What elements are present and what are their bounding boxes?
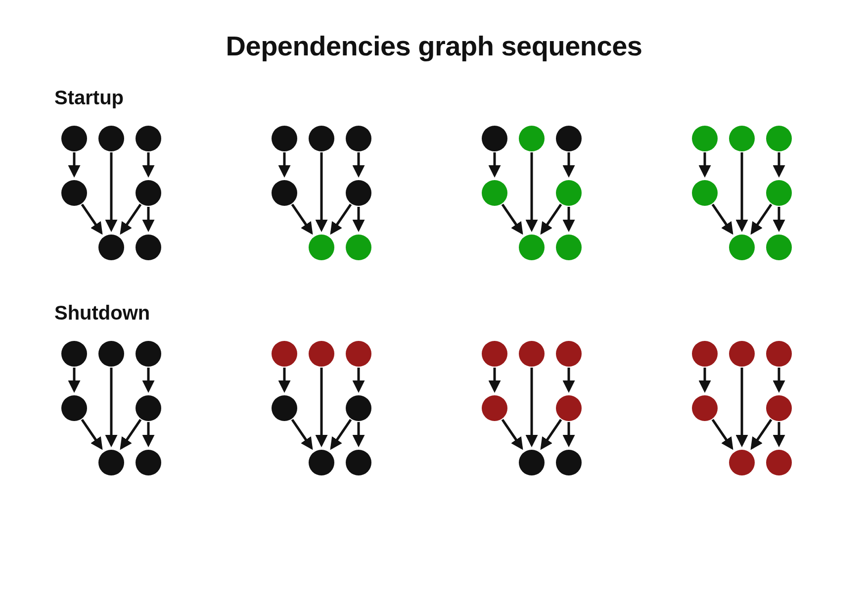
node-g — [136, 235, 161, 260]
edge-e-f — [752, 204, 771, 233]
node-e — [136, 180, 161, 206]
node-d — [272, 395, 297, 421]
node-c — [136, 341, 161, 367]
node-f — [309, 235, 334, 260]
edge-d-f — [503, 204, 522, 233]
node-d — [61, 180, 87, 206]
node-b — [309, 341, 334, 367]
node-e — [136, 395, 161, 421]
node-e — [346, 395, 371, 421]
shutdown-row — [54, 339, 814, 487]
node-d — [482, 395, 507, 421]
node-a — [692, 126, 718, 151]
edge-d-f — [82, 420, 101, 448]
dependency-graph — [265, 124, 393, 272]
node-e — [556, 180, 582, 206]
node-a — [61, 341, 87, 367]
dependency-graph — [54, 339, 183, 487]
dependency-graph — [685, 339, 814, 487]
node-g — [766, 235, 792, 260]
node-f — [519, 235, 545, 260]
dependency-graph — [475, 124, 603, 272]
section-shutdown-heading: Shutdown — [54, 302, 814, 324]
node-f — [309, 450, 334, 475]
node-f — [519, 450, 545, 475]
edge-d-f — [292, 420, 312, 448]
edge-d-f — [713, 204, 732, 233]
edge-d-f — [503, 420, 522, 448]
node-d — [272, 180, 297, 206]
node-d — [61, 395, 87, 421]
edge-e-f — [331, 204, 351, 233]
node-g — [556, 235, 582, 260]
edge-e-f — [752, 420, 771, 448]
edge-d-f — [713, 420, 732, 448]
node-e — [766, 180, 792, 206]
node-a — [61, 126, 87, 151]
node-f — [98, 450, 124, 475]
page-title: Dependencies graph sequences — [54, 30, 814, 62]
node-c — [556, 341, 582, 367]
node-f — [98, 235, 124, 260]
edge-d-f — [82, 204, 101, 233]
dependency-graph — [54, 124, 183, 272]
edge-e-f — [121, 204, 140, 233]
edge-d-f — [292, 204, 312, 233]
node-c — [556, 126, 582, 151]
node-g — [346, 450, 371, 475]
dependency-graph — [685, 124, 814, 272]
node-g — [136, 450, 161, 475]
node-g — [346, 235, 371, 260]
dependency-graph — [265, 339, 393, 487]
node-b — [519, 126, 545, 151]
node-a — [272, 126, 297, 151]
edge-e-f — [331, 420, 351, 448]
node-b — [309, 126, 334, 151]
node-b — [729, 341, 755, 367]
node-b — [98, 341, 124, 367]
node-a — [272, 341, 297, 367]
node-c — [766, 341, 792, 367]
section-startup-heading: Startup — [54, 87, 814, 109]
node-d — [692, 180, 718, 206]
node-e — [556, 395, 582, 421]
node-g — [556, 450, 582, 475]
node-g — [766, 450, 792, 475]
node-d — [692, 395, 718, 421]
edge-e-f — [121, 420, 140, 448]
node-a — [482, 126, 507, 151]
node-e — [766, 395, 792, 421]
node-c — [136, 126, 161, 151]
node-f — [729, 450, 755, 475]
edge-e-f — [542, 204, 561, 233]
node-b — [98, 126, 124, 151]
node-b — [519, 341, 545, 367]
node-e — [346, 180, 371, 206]
node-a — [482, 341, 507, 367]
startup-row — [54, 124, 814, 272]
node-f — [729, 235, 755, 260]
dependency-graph — [475, 339, 603, 487]
node-a — [692, 341, 718, 367]
edge-e-f — [542, 420, 561, 448]
node-c — [346, 341, 371, 367]
node-b — [729, 126, 755, 151]
node-d — [482, 180, 507, 206]
node-c — [766, 126, 792, 151]
page: Dependencies graph sequences Startup Shu… — [0, 0, 868, 614]
node-c — [346, 126, 371, 151]
